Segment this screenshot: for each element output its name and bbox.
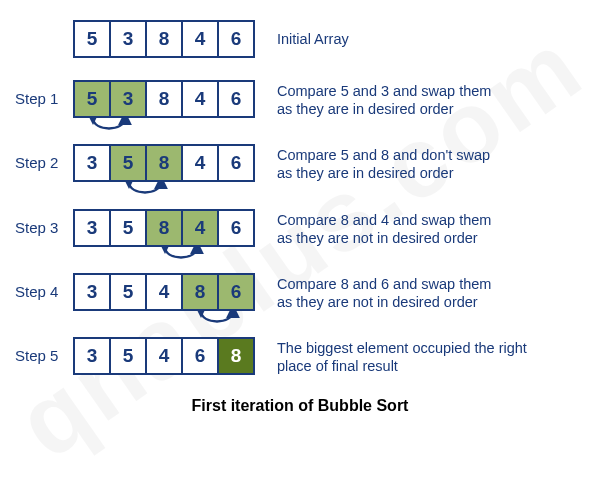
desc-line: as they are not in desired order — [277, 293, 491, 311]
step-row-2: Step 235846Compare 5 and 8 and don't swa… — [15, 144, 585, 182]
step-description: The biggest element occupied the rightpl… — [277, 337, 527, 375]
initial-row: 53846Initial Array — [15, 20, 585, 58]
desc-line: Compare 8 and 6 and swap them — [277, 275, 491, 293]
step-description: Compare 5 and 3 and swap themas they are… — [277, 80, 491, 118]
array-cell: 3 — [73, 209, 111, 247]
array-cell: 5 — [109, 337, 147, 375]
array-cell: 5 — [109, 144, 147, 182]
array-boxes: 53846 — [73, 80, 255, 118]
array-cell: 4 — [181, 144, 219, 182]
desc-line: Initial Array — [277, 30, 349, 48]
step-label: Step 3 — [15, 209, 73, 236]
array-cell: 4 — [145, 273, 183, 311]
step-label: Step 5 — [15, 337, 73, 364]
array-boxes: 35468 — [73, 337, 255, 375]
array-cell: 4 — [145, 337, 183, 375]
array-cell: 3 — [73, 144, 111, 182]
swap-arrow-icon — [117, 180, 173, 202]
desc-line: The biggest element occupied the right — [277, 339, 527, 357]
step-description: Compare 5 and 8 and don't swapas they ar… — [277, 144, 490, 182]
array-boxes: 53846 — [73, 20, 255, 58]
array-cell: 8 — [145, 20, 183, 58]
array-cell: 5 — [73, 80, 111, 118]
array-cell: 3 — [73, 337, 111, 375]
step-label — [15, 20, 73, 30]
array-cell: 6 — [217, 273, 255, 311]
array-cell: 8 — [217, 337, 255, 375]
swap-arrow-icon — [81, 116, 137, 138]
array-cell: 3 — [109, 20, 147, 58]
array-cell: 6 — [217, 209, 255, 247]
swap-arrow-icon — [153, 245, 209, 267]
array-cell: 3 — [109, 80, 147, 118]
array-cell: 5 — [109, 273, 147, 311]
array-boxes: 35846 — [73, 209, 255, 247]
array-cell: 4 — [181, 20, 219, 58]
step-row-1: Step 153846Compare 5 and 3 and swap them… — [15, 80, 585, 118]
array-cell: 6 — [217, 80, 255, 118]
swap-arrow-icon — [189, 309, 245, 331]
step-label: Step 4 — [15, 273, 73, 300]
desc-line: place of final result — [277, 357, 527, 375]
array-cell: 4 — [181, 209, 219, 247]
step-row-4: Step 435486Compare 8 and 6 and swap them… — [15, 273, 585, 311]
array-cell: 8 — [181, 273, 219, 311]
desc-line: Compare 5 and 8 and don't swap — [277, 146, 490, 164]
desc-line: as they are in desired order — [277, 164, 490, 182]
array-boxes: 35846 — [73, 144, 255, 182]
step-label: Step 1 — [15, 80, 73, 107]
array-cell: 6 — [217, 144, 255, 182]
array-cell: 4 — [181, 80, 219, 118]
step-row-5: Step 535468The biggest element occupied … — [15, 337, 585, 375]
array-cell: 5 — [109, 209, 147, 247]
step-row-3: Step 335846Compare 8 and 4 and swap them… — [15, 209, 585, 247]
diagram-rows: 53846Initial ArrayStep 153846Compare 5 a… — [15, 20, 585, 375]
step-description: Compare 8 and 4 and swap themas they are… — [277, 209, 491, 247]
desc-line: as they are in desired order — [277, 100, 491, 118]
array-cell: 3 — [73, 273, 111, 311]
step-description: Initial Array — [277, 20, 349, 48]
step-label: Step 2 — [15, 144, 73, 171]
array-cell: 8 — [145, 80, 183, 118]
desc-line: Compare 5 and 3 and swap them — [277, 82, 491, 100]
diagram-caption: First iteration of Bubble Sort — [15, 397, 585, 415]
step-description: Compare 8 and 6 and swap themas they are… — [277, 273, 491, 311]
array-boxes: 35486 — [73, 273, 255, 311]
desc-line: as they are not in desired order — [277, 229, 491, 247]
array-cell: 6 — [217, 20, 255, 58]
array-cell: 8 — [145, 209, 183, 247]
desc-line: Compare 8 and 4 and swap them — [277, 211, 491, 229]
array-cell: 6 — [181, 337, 219, 375]
array-cell: 8 — [145, 144, 183, 182]
array-cell: 5 — [73, 20, 111, 58]
